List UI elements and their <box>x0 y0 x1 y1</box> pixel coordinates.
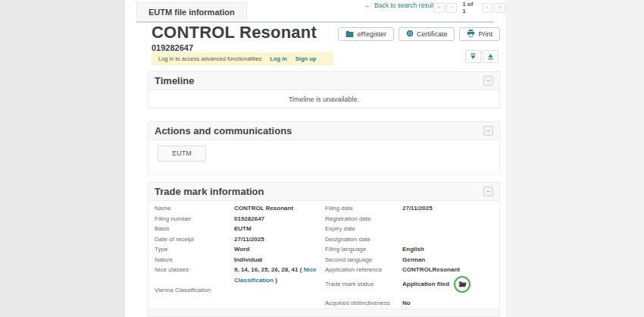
field-row-date-of-receipt: Date of receipt 27/11/2025 <box>155 234 323 245</box>
timeline-empty-message: Timeline is unavailable. <box>289 96 359 103</box>
back-arrow-icon: ← <box>364 2 372 9</box>
field-label: Second language <box>325 255 402 265</box>
field-value: 9, 14, 16, 25, 26, 28, 41 ( Nice Classif… <box>234 265 323 285</box>
field-label: Expiry date <box>325 224 402 234</box>
field-label: Basis <box>155 224 234 234</box>
field-row-trademark-status: Trade mark status Application filed <box>325 275 499 293</box>
field-row-filing-date: Filing date 27/11/2025 <box>325 203 499 214</box>
printer-icon <box>467 30 475 39</box>
pagination-prev-button[interactable]: ‹ <box>446 3 458 13</box>
header-actions: eRegister Certificate Print <box>338 27 500 41</box>
field-row-basis: Basis EUTM <box>155 224 323 234</box>
nice-classes-numbers: 9, 14, 16, 25, 26, 28, 41 ( <box>234 266 304 273</box>
field-row-nature: Nature Individual <box>155 255 323 265</box>
field-row-expiry-date: Expiry date <box>325 224 499 234</box>
actions-section: Actions and communications − EUTM <box>148 121 500 175</box>
bulk-section-toggles <box>465 50 499 63</box>
page-background-left <box>0 0 125 317</box>
field-value: No <box>402 298 499 309</box>
field-label: Date of receipt <box>155 234 234 245</box>
field-row-nice-classes: Nice classes 9, 14, 16, 25, 26, 28, 41 (… <box>155 265 323 285</box>
expand-all-button[interactable] <box>465 50 481 63</box>
status-value: Application filed <box>402 279 449 290</box>
field-label: Trade mark status <box>325 279 402 290</box>
field-label: Type <box>155 244 234 255</box>
filing-number-heading: 019282647 <box>152 43 193 52</box>
field-label: Designation date <box>325 234 402 245</box>
timeline-body: Timeline is unavailable. <box>148 90 500 108</box>
field-value: German <box>402 255 499 265</box>
back-link-label: Back to search results <box>374 2 438 9</box>
field-label: Filing number <box>155 214 234 224</box>
seal-icon <box>406 30 414 39</box>
expand-all-icon <box>470 51 477 62</box>
next-section-header-partial <box>148 309 500 317</box>
trademark-section: Trade mark information − Name CONTROL Re… <box>148 182 500 312</box>
field-value <box>234 285 323 296</box>
field-label: Filing date <box>325 203 402 214</box>
field-label: Nature <box>155 255 234 265</box>
field-row-vienna-classification: Vienna Classification <box>155 285 323 296</box>
field-label: Vienna Classification <box>155 285 234 296</box>
collapse-all-icon <box>487 51 494 62</box>
field-row-filing-language: Filing language English <box>325 244 499 255</box>
field-label: Nice classes <box>155 265 234 285</box>
pagination-next-button[interactable]: › <box>482 3 493 13</box>
field-label: Name <box>155 203 234 214</box>
back-to-search-results-link[interactable]: ← Back to search results <box>364 2 438 9</box>
field-row-name: Name CONTROL Resonant <box>155 203 323 214</box>
trademark-toggle-button[interactable]: − <box>483 187 493 196</box>
field-row-second-language: Second language German <box>325 255 499 265</box>
field-row-designation-date: Designation date <box>325 234 499 245</box>
trademark-details-right-column: Filing date 27/11/2025 Registration date… <box>323 203 499 308</box>
pagination-first-button[interactable]: « <box>433 3 445 13</box>
field-value <box>402 234 499 245</box>
tab-eutm-file-information[interactable]: EUTM file information <box>136 2 247 22</box>
print-label: Print <box>478 30 492 38</box>
certificate-label: Certificate <box>417 30 448 38</box>
actions-toggle-button[interactable]: − <box>483 126 493 136</box>
eregister-label: eRegister <box>357 30 386 38</box>
field-value: Word <box>234 244 323 255</box>
field-value: 019282647 <box>234 214 323 224</box>
content-area: EUTM file information ← Back to search r… <box>125 0 505 317</box>
timeline-section-header: Timeline − <box>148 71 500 90</box>
timeline-toggle-button[interactable]: − <box>483 76 493 86</box>
field-value: Individual <box>234 255 323 265</box>
field-value <box>402 224 499 234</box>
login-banner-message: Log in to access advanced functionalitie… <box>158 55 261 62</box>
field-value: CONTROL Resonant <box>234 203 323 214</box>
field-label: Registration date <box>325 214 402 224</box>
actions-title: Actions and communications <box>155 125 483 137</box>
page-indicator: 1 of 1 <box>462 1 477 14</box>
actions-section-header: Actions and communications − <box>148 121 500 140</box>
field-value: 27/11/2025 <box>402 203 499 214</box>
field-value: 27/11/2025 <box>234 234 323 245</box>
field-value: English <box>402 244 499 255</box>
timeline-title: Timeline <box>155 75 483 86</box>
tab-eutm[interactable]: EUTM <box>158 146 206 162</box>
eregister-button[interactable]: eRegister <box>338 27 394 41</box>
field-value: EUTM <box>234 224 323 234</box>
field-row-filing-number: Filing number 019282647 <box>155 214 323 224</box>
page-title: CONTROL Resonant <box>152 23 317 42</box>
trademark-section-header: Trade mark information − <box>148 182 500 201</box>
field-row-registration-date: Registration date <box>325 214 499 224</box>
field-value <box>402 214 499 224</box>
field-label: Application reference <box>325 265 402 275</box>
field-value: CONTROLResonant <box>402 265 499 275</box>
login-banner: Log in to access advanced functionalitie… <box>152 52 333 65</box>
field-label: Filing language <box>325 244 402 255</box>
field-row-application-reference: Application reference CONTROLResonant <box>325 265 499 275</box>
trademark-details: Name CONTROL Resonant Filing number 0192… <box>148 201 500 312</box>
login-link[interactable]: Log in <box>270 55 287 62</box>
collapse-all-button[interactable] <box>483 50 499 63</box>
field-row-type: Type Word <box>155 244 323 255</box>
signup-link[interactable]: Sign up <box>295 55 317 62</box>
field-label: Acquired distinctiveness <box>325 298 402 309</box>
trademark-title: Trade mark information <box>155 186 483 197</box>
print-button[interactable]: Print <box>459 27 500 41</box>
certificate-button[interactable]: Certificate <box>399 27 455 41</box>
pagination-last-button[interactable]: » <box>494 3 505 13</box>
nice-classes-suffix: ) <box>274 277 277 284</box>
